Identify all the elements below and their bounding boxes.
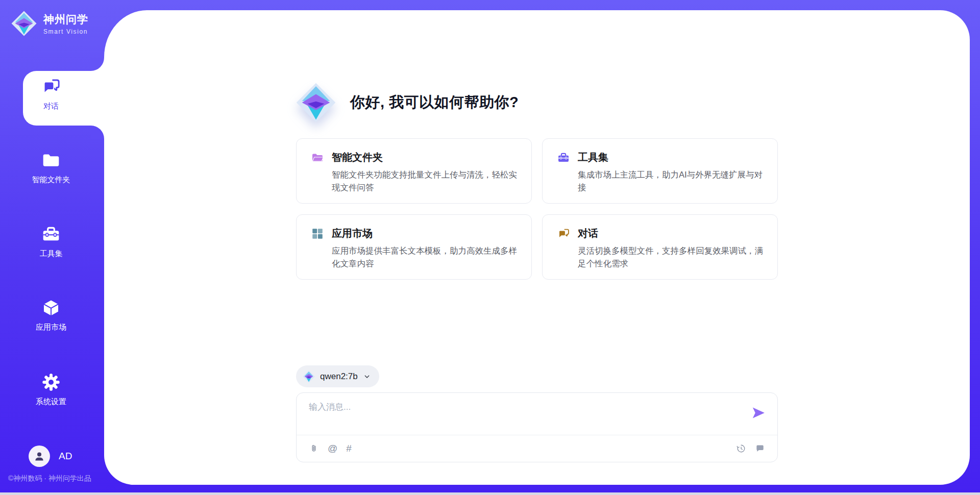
send-icon (751, 405, 766, 420)
at-symbol: @ (328, 443, 337, 454)
composer-toolbar: @ # (309, 435, 765, 462)
window-bottom-edge (0, 492, 980, 495)
history-icon (736, 443, 746, 454)
card-app-market[interactable]: 应用市场 应用市场提供丰富长文本模板，助力高效生成多样化文章内容 (296, 214, 532, 280)
app-window: 神州问学 Smart Vision 对话 智能文件夹 (0, 0, 980, 495)
toolbox-icon (557, 151, 570, 164)
card-smart-folder[interactable]: 智能文件夹 智能文件夹功能支持批量文件上传与清洗，轻松实现文件问答 (296, 138, 532, 204)
tab-fillet-bottom (91, 126, 104, 139)
sidebar-footer: ©神州数码 · 神州问学出品 (8, 474, 91, 483)
grid-icon (311, 227, 324, 240)
card-title: 智能文件夹 (332, 151, 383, 164)
sidebar: 神州问学 Smart Vision 对话 智能文件夹 (0, 0, 104, 495)
user-name: AD (59, 451, 72, 462)
folder-icon (311, 151, 324, 164)
feature-cards: 智能文件夹 智能文件夹功能支持批量文件上传与清洗，轻松实现文件问答 工具集 集成… (296, 138, 778, 280)
message-input[interactable] (309, 401, 742, 431)
card-description: 集成市场上主流工具，助力AI与外界无缝扩展与对接 (578, 168, 767, 194)
cube-icon (41, 298, 61, 318)
brand-subtitle: Smart Vision (43, 28, 88, 35)
model-selector[interactable]: qwen2:7b (296, 365, 379, 387)
sidebar-item-smart-folder[interactable]: 智能文件夹 (0, 150, 102, 185)
card-description: 应用市场提供丰富长文本模板，助力高效生成多样化文章内容 (332, 244, 521, 270)
hash-symbol: # (346, 443, 352, 454)
sidebar-item-label: 系统设置 (36, 397, 66, 407)
hash-icon[interactable]: # (346, 443, 352, 454)
attach-button[interactable] (309, 443, 319, 454)
sidebar-item-label: 智能文件夹 (32, 175, 70, 185)
sidebar-item-app-market[interactable]: 应用市场 (0, 298, 102, 332)
toolbox-icon (41, 224, 61, 244)
card-title: 工具集 (578, 151, 608, 164)
brand: 神州问学 Smart Vision (11, 11, 88, 36)
card-description: 灵活切换多模型文件，支持多样回复效果调试，满足个性化需求 (578, 244, 767, 270)
sidebar-item-label: 应用市场 (36, 323, 66, 332)
sidebar-item-settings[interactable]: 系统设置 (0, 372, 102, 407)
diamond-logo-icon (303, 370, 315, 383)
sidebar-item-label: 工具集 (40, 249, 63, 259)
composer: qwen2:7b (296, 365, 778, 462)
card-toolbox[interactable]: 工具集 集成市场上主流工具，助力AI与外界无缝扩展与对接 (542, 138, 778, 204)
send-button[interactable] (751, 405, 766, 420)
diamond-logo-icon (11, 11, 37, 36)
gear-icon (41, 372, 61, 392)
message-input-card: @ # (296, 392, 778, 462)
comment-icon (755, 443, 765, 454)
card-chat[interactable]: 对话 灵活切换多模型文件，支持多样回复效果调试，满足个性化需求 (542, 214, 778, 280)
card-title: 应用市场 (332, 227, 373, 240)
sidebar-item-label: 对话 (43, 102, 59, 111)
comment-button[interactable] (755, 443, 765, 454)
avatar (29, 445, 50, 467)
chat-icon (557, 227, 570, 240)
folder-icon (41, 150, 61, 170)
sidebar-item-toolbox[interactable]: 工具集 (0, 224, 102, 259)
card-title: 对话 (578, 227, 598, 240)
card-description: 智能文件夹功能支持批量文件上传与清洗，轻松实现文件问答 (332, 168, 521, 194)
brand-name: 神州问学 (43, 12, 88, 27)
greeting-text: 你好, 我可以如何帮助你? (350, 92, 519, 113)
sidebar-item-chat[interactable]: 对话 (0, 77, 102, 111)
model-name: qwen2:7b (320, 372, 358, 382)
chevron-down-icon (363, 373, 371, 381)
history-button[interactable] (736, 443, 746, 454)
greeting: 你好, 我可以如何帮助你? (296, 83, 778, 122)
person-icon (33, 450, 45, 462)
at-icon[interactable]: @ (328, 443, 337, 454)
user-profile[interactable]: AD (29, 445, 72, 467)
main-panel: 你好, 我可以如何帮助你? 智能文件夹 智能文件夹功能支持批量文件上传与清洗，轻… (104, 10, 970, 485)
tab-fillet-top (91, 58, 104, 71)
chat-icon (41, 77, 61, 97)
paperclip-icon (309, 443, 319, 454)
diamond-logo-icon (296, 83, 336, 122)
